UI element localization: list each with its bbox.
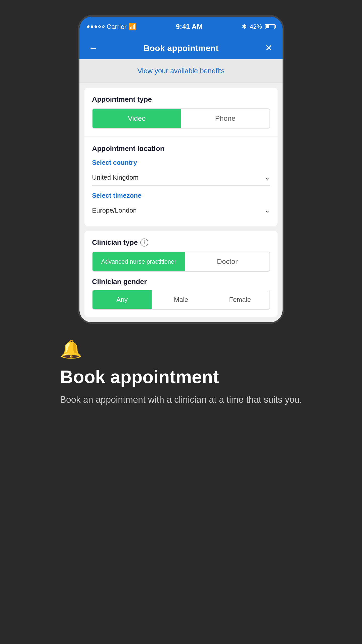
benefits-banner[interactable]: View your available benefits (79, 59, 283, 83)
wifi-icon: 📶 (128, 23, 137, 31)
close-button[interactable]: ✕ (262, 42, 275, 54)
battery-fill (266, 25, 269, 28)
doctor-tab[interactable]: Doctor (185, 252, 269, 271)
advanced-nurse-label: Advanced nurse practitioner (101, 258, 176, 265)
clinician-type-toggle: Advanced nurse practitioner Doctor (92, 252, 270, 272)
timezone-label: Select timezone (92, 192, 270, 199)
status-right: ✱ 42% (242, 23, 275, 30)
advanced-nurse-tab[interactable]: Advanced nurse practitioner (93, 252, 185, 271)
dot-1 (87, 25, 89, 28)
timezone-chevron-icon: ⌄ (264, 207, 270, 214)
status-bar: Carrier 📶 9:41 AM ✱ 42% (79, 17, 283, 37)
battery-percent: 42% (250, 23, 262, 30)
country-chevron-icon: ⌄ (264, 174, 270, 181)
phone-frame: Carrier 📶 9:41 AM ✱ 42% ← Book appointme… (78, 15, 284, 324)
clinician-type-title: Clinician type (92, 238, 138, 247)
female-gender-tab[interactable]: Female (210, 290, 269, 309)
time-display: 9:41 AM (176, 23, 203, 31)
dot-2 (91, 25, 93, 28)
clinician-type-section: Clinician type i Advanced nurse practiti… (84, 231, 278, 317)
app-header: ← Book appointment ✕ (79, 37, 283, 59)
battery-icon (265, 24, 275, 29)
timezone-value: Europe/London (92, 207, 137, 214)
carrier-text: Carrier (107, 23, 126, 31)
bluetooth-icon: ✱ (242, 23, 247, 30)
benefits-link[interactable]: View your available benefits (138, 67, 225, 75)
video-tab[interactable]: Video (93, 109, 181, 128)
content-area: View your available benefits Appointment… (79, 59, 283, 322)
appointment-location-title: Appointment location (92, 145, 270, 153)
phone-tab[interactable]: Phone (181, 109, 269, 128)
male-gender-tab[interactable]: Male (152, 290, 211, 309)
dot-4 (98, 25, 101, 28)
appointment-type-title: Appointment type (92, 95, 270, 103)
back-button[interactable]: ← (87, 42, 100, 54)
clinician-gender-title: Clinician gender (92, 278, 270, 286)
header-title: Book appointment (144, 43, 218, 53)
bottom-description: Book an appointment with a clinician at … (60, 393, 302, 407)
status-left: Carrier 📶 (87, 23, 137, 31)
dot-3 (95, 25, 97, 28)
country-selector[interactable]: United Kingdom ⌄ (92, 170, 270, 186)
country-value: United Kingdom (92, 174, 139, 181)
appointment-type-toggle: Video Phone (92, 108, 270, 129)
dot-5 (102, 25, 105, 28)
bottom-section: 🔔 Book appointment Book an appointment w… (48, 324, 315, 422)
clinician-type-header: Clinician type i (92, 238, 270, 247)
clinician-gender-toggle: Any Male Female (92, 290, 270, 310)
country-label: Select country (92, 159, 270, 167)
signal-dots (87, 25, 105, 28)
timezone-selector[interactable]: Europe/London ⌄ (92, 203, 270, 218)
appointment-location-section: Appointment location Select country Unit… (84, 137, 278, 226)
any-gender-tab[interactable]: Any (93, 290, 152, 309)
bottom-title: Book appointment (60, 367, 302, 387)
bell-icon: 🔔 (60, 339, 302, 359)
info-icon[interactable]: i (140, 238, 148, 247)
